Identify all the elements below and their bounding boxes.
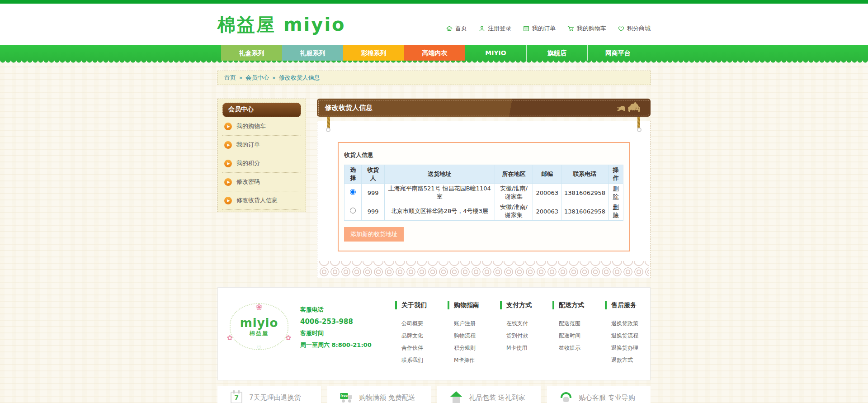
footer-link[interactable]: 配送范围 [552,318,584,330]
quick-link-cart[interactable]: 我的购物车 [567,24,606,33]
badge-label: 购物满额 免费配送 [359,394,415,402]
cell-zip: 200063 [533,202,561,221]
nav-item-miyio[interactable]: MIYIO [465,45,526,61]
site-logo[interactable]: 棉益屋 miyio [217,12,346,37]
sidebar-item-change-password[interactable]: ▶ 修改密码 [222,173,301,191]
nav-item-underwear[interactable]: 高端内衣 [404,45,465,61]
arrow-circle-icon: ▶ [224,123,232,130]
footer-link[interactable]: 在线支付 [500,318,532,330]
cell-region: 安徽/淮南/谢家集 [495,202,533,221]
badge-gift-wrap: 礼品包装 送礼到家 [437,386,541,403]
footer-link[interactable]: 合作伙伴 [395,342,427,354]
main-nav: 礼盒系列 礼服系列 彩棉系列 高端内衣 MIYIO 旗舰店 网商平台 [0,45,868,61]
flower-icon: ✿ [285,334,291,342]
quick-link-label: 积分商城 [627,24,651,33]
footer-link[interactable]: 退款方式 [605,354,638,366]
service-phone-label: 客服电话 [300,304,378,316]
cell-zip: 200063 [533,184,561,202]
consignee-info-box: 收货人信息 选择 收货人 送货地址 所在地区 邮编 联系电话 [338,142,630,251]
breadcrumb-separator: » [272,75,275,81]
delete-link[interactable]: 删除 [613,185,619,200]
quick-link-points[interactable]: 积分商城 [618,24,651,33]
rope-right-icon [637,117,640,128]
content-panel: 收货人信息 选择 收货人 送货地址 所在地区 邮编 联系电话 [317,121,651,278]
footer-link[interactable]: M卡操作 [448,354,479,366]
sidebar-item-my-orders[interactable]: ▶ 我的订单 [222,136,301,154]
nav-item-giftbox[interactable]: 礼盒系列 [221,45,282,61]
footer-col-payment: 支付方式 在线支付 货到付款 M卡使用 [500,301,532,366]
sidebar-title: 会员中心 [222,103,301,117]
nav-item-dress[interactable]: 礼服系列 [282,45,343,61]
flower-icon: ✿ [227,334,233,342]
rope-left-icon [327,117,330,128]
cell-phone: 13816062958 [561,184,609,202]
site-header: 棉益屋 miyio 首页 注册登录 我的订单 我的购物车 积分商城 [0,4,868,45]
delete-link[interactable]: 删除 [613,204,619,218]
ring-right-icon [637,128,642,132]
quick-link-label: 注册登录 [488,24,511,33]
footer-link[interactable]: 公司概要 [395,318,427,330]
lace-border-decoration [319,258,649,276]
footer-logo-sub: 棉益屋 [250,330,269,337]
address-radio[interactable] [350,189,356,195]
footer-col-title: 关于我们 [395,301,427,309]
house-icon [449,390,463,403]
quick-link-login[interactable]: 注册登录 [479,24,511,33]
footer-link[interactable]: 购物流程 [448,330,479,342]
footer-link[interactable]: 签收提示 [552,342,584,354]
arrow-circle-icon: ▶ [224,141,232,149]
sidebar-item-label: 修改收货人信息 [236,196,278,204]
sidebar-item-edit-consignee[interactable]: ▶ 修改收货人信息 [222,191,301,210]
nav-item-platform[interactable]: 网商平台 [587,45,648,61]
footer-link[interactable]: 品牌文化 [395,330,427,342]
calendar-icon: 7 [229,390,244,403]
footer-col-delivery: 配送方式 配送范围 配送时间 签收提示 [552,301,584,366]
sidebar-item-label: 修改密码 [236,178,260,186]
footer-link[interactable]: M卡使用 [500,342,532,354]
address-radio[interactable] [350,208,356,213]
headset-icon [559,390,573,403]
breadcrumb-home[interactable]: 首页 [224,74,236,82]
cell-phone: 13816062958 [561,202,609,221]
table-row: 999 上海宛平南路521号 恒昌花园B幢1104室 安徽/淮南/谢家集 200… [344,184,623,202]
nav-item-flagship[interactable]: 旗舰店 [526,45,587,61]
breadcrumb-current-page: 修改收货人信息 [279,74,320,82]
nav-item-cotton[interactable]: 彩棉系列 [343,45,404,61]
footer-col-aftersale: 售后服务 退换货政策 退换货流程 退换货办理 退款方式 [605,301,638,366]
quick-link-label: 我的购物车 [577,24,606,33]
footer-link[interactable]: 退换货流程 [605,330,638,342]
col-consignee: 收货人 [362,165,385,184]
footer-link[interactable]: 联系我们 [395,354,427,366]
footer-col-about: 关于我们 公司概要 品牌文化 合作伙伴 联系我们 [395,301,427,366]
quick-link-home[interactable]: 首页 [446,24,467,33]
footer-col-title: 支付方式 [500,301,532,309]
footer-link[interactable]: 退换货政策 [605,318,638,330]
arrow-circle-icon: ▶ [224,178,232,186]
breadcrumb: 首页 » 会员中心 » 修改收货人信息 [217,71,651,85]
site-footer: ❀ ✿ ✿ ♡ miyio 棉益屋 客服电话 4006-253-988 客服时间… [217,287,651,380]
main-content: 修改收货人信息 收货人信息 [317,99,651,278]
quick-link-orders[interactable]: 我的订单 [523,24,556,33]
ring-left-icon [326,128,330,132]
page-title: 修改收货人信息 [317,99,651,117]
footer-link[interactable]: 货到付款 [500,330,532,342]
cart-icon [567,25,574,32]
table-row: 999 北京市顺义区裕华路28号，4号楼3层 安徽/淮南/谢家集 200063 … [344,202,623,221]
breadcrumb-member-center[interactable]: 会员中心 [245,74,269,82]
cell-address: 上海宛平南路521号 恒昌花园B幢1104室 [384,184,495,202]
footer-link[interactable]: 账户注册 [448,318,479,330]
flower-icon: ❀ [255,302,262,312]
footer-link[interactable]: 退换货办理 [605,342,638,354]
home-icon [446,25,453,32]
add-address-button[interactable]: 添加新的收货地址 [344,227,404,242]
service-phone-number: 4006-253-988 [300,316,378,327]
footer-link[interactable]: 积分规则 [448,342,479,354]
col-phone: 联系电话 [561,165,609,184]
footer-link[interactable]: 配送时间 [552,330,584,342]
sidebar-item-my-points[interactable]: ▶ 我的积分 [222,154,301,173]
table-header-row: 选择 收货人 送货地址 所在地区 邮编 联系电话 操作 [344,165,623,184]
footer-logo-name: miyio [240,316,278,330]
cell-consignee: 999 [362,184,385,202]
sidebar-item-my-cart[interactable]: ▶ 我的购物车 [222,117,301,136]
cell-address: 北京市顺义区裕华路28号，4号楼3层 [384,202,495,221]
